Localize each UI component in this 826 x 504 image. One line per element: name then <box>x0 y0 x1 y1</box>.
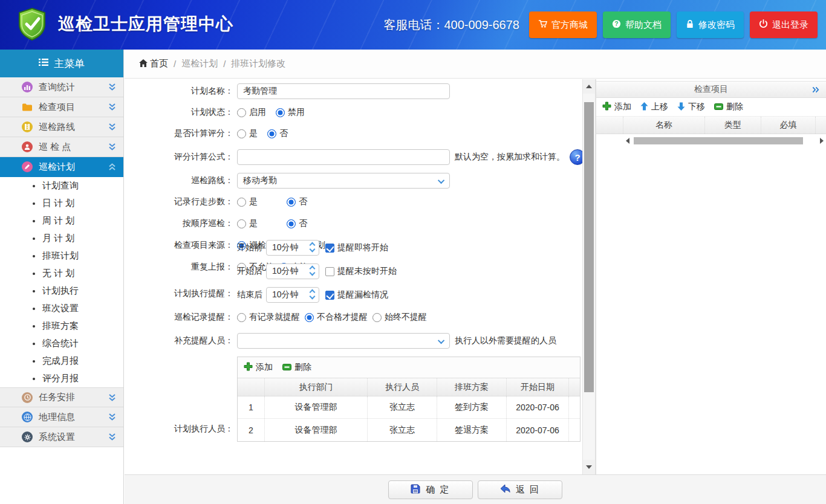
official-shop-button[interactable]: 官方商城 <box>529 11 597 38</box>
sidebar-item-patrol-routes[interactable]: 巡检路线 <box>0 117 123 137</box>
extra-remind-select[interactable] <box>237 333 450 349</box>
executor-row[interactable]: 2 设备管理部 张立志 签退方案 2020-07-06 <box>238 419 580 441</box>
route-label: 巡检路线： <box>125 175 233 186</box>
form-vertical-scrollbar[interactable] <box>582 79 596 474</box>
sidebar-subitem-plan-execute[interactable]: 计划执行 <box>0 282 123 300</box>
sidebar-subitem-score-monthly[interactable]: 评分月报 <box>0 370 123 387</box>
breadcrumb-level1[interactable]: 巡检计划 <box>181 58 218 69</box>
chevron-double-down-icon <box>108 103 116 113</box>
breadcrumb-home[interactable]: 首页 <box>139 58 168 69</box>
calc-score-label: 是否计算评分： <box>125 128 233 139</box>
check-items-horizontal-scrollbar[interactable] <box>623 134 826 147</box>
sidebar-item-query-stats[interactable]: 查询统计 <box>0 77 123 97</box>
sidebar-item-geo-info[interactable]: 地理信息 <box>0 407 123 427</box>
logout-button[interactable]: 退出登录 <box>750 11 818 38</box>
sidebar-subitem-shift-setting[interactable]: 班次设置 <box>0 300 123 317</box>
score-formula-input[interactable] <box>237 149 450 165</box>
lock-icon <box>686 19 694 30</box>
sidebar-item-task-arrange[interactable]: 任务安排 <box>0 387 123 407</box>
checkbox-remind-start[interactable] <box>325 244 334 253</box>
item-move-down-button[interactable]: 下移 <box>677 102 705 112</box>
remind-after-spinner[interactable]: 10分钟 <box>266 263 319 279</box>
score-formula-hint: 默认为空，按累加求和计算。 <box>455 152 565 163</box>
spinner-value: 10分钟 <box>272 242 299 253</box>
clock-icon <box>22 392 33 403</box>
subitem-label: 班次设置 <box>42 303 79 314</box>
back-button[interactable]: 返 回 <box>478 480 562 499</box>
sidebar-subitem-no-plan[interactable]: 无 计 划 <box>0 265 123 282</box>
sidebar-subitem-overall-stats[interactable]: 综合统计 <box>0 335 123 352</box>
checkbox-remind-missed[interactable] <box>325 291 334 300</box>
radio-label: 有记录就提醒 <box>249 312 300 323</box>
spinner-value: 10分钟 <box>272 289 299 300</box>
item-move-up-button[interactable]: 上移 <box>640 102 668 112</box>
sidebar-item-patrol-points[interactable]: 巡 检 点 <box>0 137 123 157</box>
arrow-up-icon <box>640 102 648 112</box>
plan-status-label: 计划状态： <box>125 107 233 118</box>
radio-order-no[interactable] <box>287 219 296 228</box>
radio-status-disable[interactable] <box>276 108 285 117</box>
confirm-label: 确 定 <box>426 484 450 496</box>
sidebar-item-patrol-plans[interactable]: 巡检计划 <box>0 157 123 177</box>
sidebar-subitem-complete-monthly[interactable]: 完成月报 <box>0 352 123 370</box>
sidebar-item-label: 巡 检 点 <box>39 141 71 153</box>
sidebar-subitem-plan-query[interactable]: 计划查询 <box>0 177 123 195</box>
radio-order-yes[interactable] <box>237 219 246 228</box>
help-docs-button[interactable]: ? 帮助文档 <box>603 11 671 38</box>
record-remind-label: 巡检记录提醒： <box>125 312 233 323</box>
spinner-arrows-icon[interactable] <box>310 290 314 299</box>
executor-row[interactable]: 1 设备管理部 张立志 签到方案 2020-07-06 <box>238 396 580 419</box>
radio-steps-yes[interactable] <box>237 198 246 207</box>
scrollbar-thumb[interactable] <box>634 137 803 144</box>
formula-help-button[interactable]: ? <box>570 149 582 165</box>
radio-calc-no[interactable] <box>267 129 276 138</box>
radio-steps-no[interactable] <box>287 198 296 207</box>
bullet-icon <box>33 255 35 257</box>
bullet-icon <box>33 185 35 187</box>
sidebar-subitem-shift-scheme[interactable]: 排班方案 <box>0 317 123 335</box>
sidebar-item-check-items[interactable]: 检查项目 <box>0 97 123 117</box>
radio-label: 否 <box>299 196 307 207</box>
header-cell-scheme: 排班方案 <box>437 378 507 396</box>
sidebar-subitem-month-plan[interactable]: 月 计 划 <box>0 230 123 247</box>
sidebar-subitem-week-plan[interactable]: 周 计 划 <box>0 212 123 230</box>
collapse-right-icon[interactable] <box>811 86 820 95</box>
scrollbar-thumb[interactable] <box>584 102 594 392</box>
executor-delete-button[interactable]: 删除 <box>282 362 311 373</box>
spinner-arrows-icon[interactable] <box>310 267 314 275</box>
sidebar-subitem-day-plan[interactable]: 日 计 划 <box>0 195 123 212</box>
scroll-up-button[interactable] <box>583 79 595 94</box>
plan-name-input[interactable] <box>237 83 450 99</box>
route-select[interactable]: 移动考勤 <box>237 173 450 189</box>
add-label: 添加 <box>614 102 631 112</box>
change-password-button[interactable]: 修改密码 <box>677 11 744 38</box>
radio-remind-never[interactable] <box>372 313 382 322</box>
scroll-down-button[interactable] <box>583 460 595 474</box>
checkbox-remind-late[interactable] <box>325 267 334 276</box>
item-add-button[interactable]: 添加 <box>602 102 631 112</box>
save-floppy-icon <box>411 484 420 496</box>
executor-add-button[interactable]: 添加 <box>244 362 273 373</box>
scroll-left-icon[interactable] <box>626 138 629 144</box>
scroll-right-icon[interactable] <box>820 138 824 144</box>
radio-calc-yes[interactable] <box>237 129 246 138</box>
check-items-panel: 检查项目 添加 上移 下移 <box>596 79 826 474</box>
remind-before-spinner[interactable]: 10分钟 <box>266 240 319 256</box>
chevron-double-down-icon <box>108 433 116 443</box>
item-delete-button[interactable]: 删除 <box>714 102 743 112</box>
form-footer: 确 定 返 回 <box>125 474 826 504</box>
radio-status-enable[interactable] <box>237 108 246 117</box>
sidebar-item-system-settings[interactable]: 系统设置 <box>0 427 123 447</box>
remind-end-spinner[interactable]: 10分钟 <box>266 287 319 303</box>
sidebar-subitem-shift-plan[interactable]: 排班计划 <box>0 247 123 265</box>
bullet-icon <box>33 220 35 222</box>
radio-remind-fail[interactable] <box>305 313 314 322</box>
confirm-button[interactable]: 确 定 <box>388 480 473 499</box>
header-cell <box>238 378 265 396</box>
cart-icon <box>538 19 547 30</box>
spinner-arrows-icon[interactable] <box>310 243 314 251</box>
breadcrumb-separator: / <box>174 59 176 69</box>
bullet-icon <box>33 273 35 275</box>
cell-dept: 设备管理部 <box>265 419 368 441</box>
radio-remind-any[interactable] <box>237 313 246 322</box>
